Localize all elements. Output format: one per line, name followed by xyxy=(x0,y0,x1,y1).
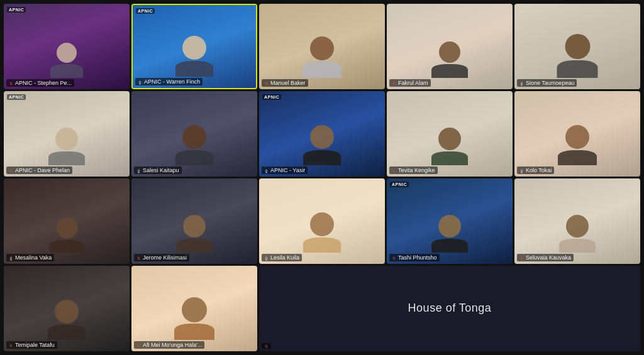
mic-muted-icon-6 xyxy=(9,168,13,173)
mic-on-icon-13 xyxy=(264,256,269,260)
apnic-logo-8: APNIC xyxy=(262,94,281,100)
name-label-1: APNIC - Stephen Pe... xyxy=(6,79,74,87)
name-label-17: Afi Mei Mo'unga Hala'... xyxy=(134,341,204,349)
mic-on-icon-8 xyxy=(264,168,269,173)
name-label-13: Lesila Kuila xyxy=(262,254,302,261)
video-tile-8[interactable]: APNIC APNIC - Yasir xyxy=(259,91,385,177)
name-label-8: APNIC - Yasir xyxy=(262,167,308,174)
video-tile-1[interactable]: APNIC APNIC - Stephen Pe... xyxy=(4,4,130,89)
video-tile-2[interactable]: APNIC APNIC - Warren Finch xyxy=(131,4,257,89)
video-tile-15[interactable]: Seluvaia Kauvaka xyxy=(514,178,640,264)
mic-on-icon-2 xyxy=(138,80,142,84)
apnic-logo-2: APNIC xyxy=(136,8,155,14)
video-tile-7[interactable]: Salesi Kaitapu xyxy=(131,91,257,177)
mic-muted-icon-4 xyxy=(392,81,396,85)
video-tile-5[interactable]: Sione Taumoepeau xyxy=(514,4,640,89)
video-tile-9[interactable]: Tevita Kengike xyxy=(387,91,513,177)
video-tile-17[interactable]: Afi Mei Mo'unga Hala'... xyxy=(131,266,257,351)
video-grid: APNIC APNIC - Stephen Pe... APNIC APNIC … xyxy=(0,0,644,355)
apnic-logo-1: APNIC xyxy=(7,7,26,13)
video-tile-3[interactable]: Manuel Baker xyxy=(259,4,385,89)
name-label-7: Salesi Kaitapu xyxy=(134,167,182,174)
mic-on-icon-7 xyxy=(136,168,141,173)
video-tile-11[interactable]: Mesalina Vaka xyxy=(4,178,130,264)
video-tile-6[interactable]: APNIC APNIC - Dave Phelan xyxy=(4,91,130,177)
mic-on-icon-10 xyxy=(519,168,524,173)
name-label-6: APNIC - Dave Phelan xyxy=(6,167,72,174)
mic-muted-icon-15 xyxy=(519,256,524,260)
mic-muted-icon-16 xyxy=(9,343,13,347)
mic-muted-icon-1 xyxy=(9,81,13,85)
video-tile-14[interactable]: APNIC Tashi Phuntsho xyxy=(387,178,513,264)
mic-muted-icon-9 xyxy=(392,168,396,173)
name-label-3: Manuel Baker xyxy=(262,79,308,87)
video-tile-4[interactable]: Fakrul Alam xyxy=(387,4,513,89)
video-tile-16[interactable]: Temipale Tatafu xyxy=(4,266,130,351)
name-label-2: APNIC - Warren Finch xyxy=(135,78,203,85)
house-of-tonga-text: House of Tonga xyxy=(408,300,492,316)
name-label-12: Jerome Kilisimasi xyxy=(134,254,189,261)
name-label-9: Tevita Kengike xyxy=(389,167,438,174)
name-label-11: Mesalina Vaka xyxy=(6,254,54,261)
video-tile-house-of-tonga[interactable]: House of Tonga xyxy=(259,266,640,351)
video-tile-13[interactable]: Lesila Kuila xyxy=(259,178,385,264)
name-label-18 xyxy=(262,343,271,349)
name-label-16: Temipale Tatafu xyxy=(6,341,57,349)
mic-muted-icon-18 xyxy=(264,344,269,348)
mic-muted-icon-14 xyxy=(392,256,396,260)
mic-on-icon-11 xyxy=(9,256,13,260)
name-label-15: Seluvaia Kauvaka xyxy=(517,254,574,261)
video-tile-12[interactable]: Jerome Kilisimasi xyxy=(131,178,257,264)
name-label-14: Tashi Phuntsho xyxy=(389,254,440,261)
name-label-5: Sione Taumoepeau xyxy=(517,79,577,87)
apnic-logo-14: APNIC xyxy=(390,182,409,187)
name-label-4: Fakrul Alam xyxy=(389,79,431,87)
video-tile-10[interactable]: Kolo Tokai xyxy=(514,91,640,177)
mic-muted-icon-3 xyxy=(264,81,269,85)
mic-muted-icon-12 xyxy=(136,256,141,260)
mic-muted-icon-17 xyxy=(136,343,141,347)
name-label-10: Kolo Tokai xyxy=(517,167,554,174)
apnic-logo-6: APNIC xyxy=(7,94,26,100)
mic-on-icon-5 xyxy=(519,81,524,85)
